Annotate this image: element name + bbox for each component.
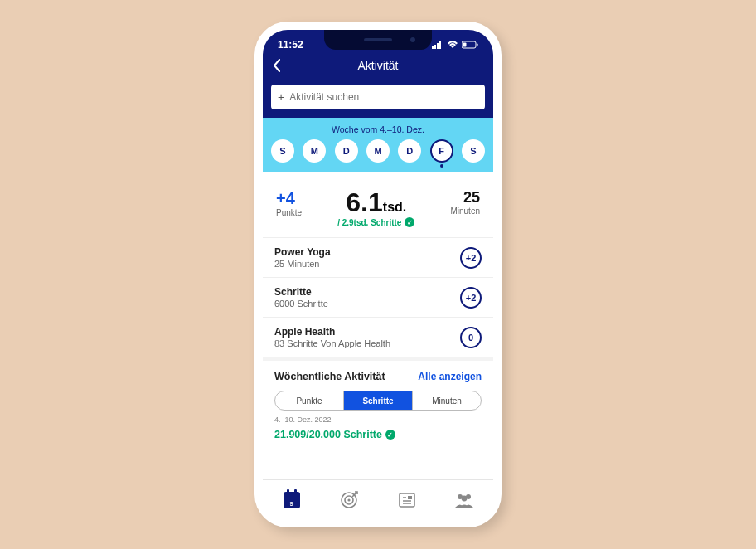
calendar-icon: 9 bbox=[284, 492, 300, 508]
item-text: Schritte 6000 Schritte bbox=[274, 286, 328, 309]
check-icon: ✓ bbox=[385, 430, 395, 440]
week-days: S M D M D F S bbox=[271, 139, 485, 163]
minutes-label: Minuten bbox=[450, 206, 480, 216]
weekly-progress-text: 21.909/20.000 Schritte bbox=[274, 429, 382, 440]
weekly-section: Wöchentliche Aktivität Alle anzeigen Pun… bbox=[263, 357, 493, 445]
steps-unit: tsd. bbox=[383, 200, 406, 214]
week-strip: Woche vom 4.–10. Dez. S M D M D F S bbox=[263, 118, 493, 172]
chevron-left-icon bbox=[273, 59, 281, 72]
day-button[interactable]: D bbox=[398, 139, 421, 163]
item-title: Schritte bbox=[274, 286, 328, 298]
summary-points: +4 Punkte bbox=[276, 189, 302, 217]
notch-camera bbox=[410, 37, 415, 42]
segment-control: Punkte Schritte Minuten bbox=[274, 391, 482, 411]
weekly-progress: 21.909/20.000 Schritte ✓ bbox=[274, 429, 482, 440]
svg-rect-5 bbox=[463, 43, 467, 47]
steps-value-row: 6.1tsd. bbox=[302, 189, 450, 216]
item-text: Power Yoga 25 Minuten bbox=[274, 246, 331, 269]
svg-point-18 bbox=[462, 495, 468, 501]
item-title: Apple Health bbox=[274, 326, 390, 338]
item-points-badge: +2 bbox=[460, 247, 482, 269]
weekly-title: Wöchentliche Aktivität bbox=[274, 371, 385, 382]
steps-value: 6.1 bbox=[346, 187, 382, 217]
day-button[interactable]: D bbox=[335, 139, 358, 163]
phone-screen: 11:52 Aktivität + Woc bbox=[263, 30, 493, 519]
nav-news[interactable] bbox=[395, 488, 419, 512]
page-title: Aktivität bbox=[357, 59, 398, 72]
svg-rect-6 bbox=[477, 44, 478, 46]
phone-notch bbox=[324, 30, 432, 50]
nav-goals[interactable] bbox=[337, 488, 361, 512]
status-icons bbox=[432, 41, 478, 49]
search-wrap: + bbox=[263, 78, 493, 118]
news-icon bbox=[398, 491, 416, 509]
phone-frame: 11:52 Aktivität + Woc bbox=[254, 22, 502, 527]
day-button[interactable]: S bbox=[462, 139, 485, 163]
nav-calendar[interactable]: 9 bbox=[280, 488, 303, 512]
weekly-date-range: 4.–10. Dez. 2022 bbox=[274, 415, 482, 424]
activity-list: Power Yoga 25 Minuten +2 Schritte 6000 S… bbox=[263, 237, 493, 357]
day-button-selected[interactable]: F bbox=[430, 139, 453, 163]
list-item[interactable]: Schritte 6000 Schritte +2 bbox=[263, 278, 493, 318]
points-label: Punkte bbox=[276, 208, 302, 217]
day-button[interactable]: M bbox=[303, 139, 326, 163]
item-subtitle: 25 Minuten bbox=[274, 259, 331, 269]
day-button[interactable]: S bbox=[271, 139, 294, 163]
svg-rect-11 bbox=[400, 493, 414, 507]
item-points-badge: +2 bbox=[460, 287, 482, 309]
segment-punkte[interactable]: Punkte bbox=[275, 391, 344, 410]
show-all-link[interactable]: Alle anzeigen bbox=[418, 371, 482, 382]
svg-rect-3 bbox=[439, 41, 441, 49]
steps-goal: / 2.9tsd. Schritte ✓ bbox=[302, 217, 450, 227]
item-points-badge: 0 bbox=[460, 327, 482, 348]
weekly-header: Wöchentliche Aktivität Alle anzeigen bbox=[274, 371, 482, 382]
status-time: 11:52 bbox=[278, 39, 303, 51]
item-title: Power Yoga bbox=[274, 246, 331, 258]
search-input[interactable] bbox=[289, 91, 478, 103]
item-subtitle: 83 Schritte Von Apple Health bbox=[274, 338, 390, 348]
cellular-icon bbox=[432, 41, 443, 49]
nav-community[interactable] bbox=[453, 488, 476, 512]
item-subtitle: 6000 Schritte bbox=[274, 299, 328, 309]
svg-rect-2 bbox=[437, 43, 439, 49]
check-icon: ✓ bbox=[405, 217, 414, 227]
list-item[interactable]: Power Yoga 25 Minuten +2 bbox=[263, 238, 493, 278]
title-row: Aktivität bbox=[263, 53, 493, 78]
summary-minutes: 25 Minuten bbox=[450, 189, 480, 216]
battery-icon bbox=[462, 41, 478, 49]
day-button[interactable]: M bbox=[366, 139, 390, 163]
minutes-value: 25 bbox=[450, 189, 480, 206]
plus-icon: + bbox=[278, 90, 284, 104]
segment-schritte[interactable]: Schritte bbox=[344, 391, 413, 410]
svg-rect-15 bbox=[408, 496, 412, 499]
people-icon bbox=[453, 491, 475, 509]
svg-rect-1 bbox=[434, 45, 436, 49]
list-item[interactable]: Apple Health 83 Schritte Von Apple Healt… bbox=[263, 318, 493, 357]
week-label: Woche vom 4.–10. Dez. bbox=[271, 124, 485, 134]
svg-point-9 bbox=[348, 498, 351, 501]
svg-rect-0 bbox=[432, 46, 434, 49]
wifi-icon bbox=[447, 41, 458, 49]
summary-row: +4 Punkte 6.1tsd. / 2.9tsd. Schritte ✓ 2… bbox=[263, 172, 493, 237]
target-icon bbox=[340, 491, 358, 509]
points-value: +4 bbox=[276, 189, 302, 208]
summary-steps: 6.1tsd. / 2.9tsd. Schritte ✓ bbox=[302, 189, 450, 227]
content-area[interactable]: +4 Punkte 6.1tsd. / 2.9tsd. Schritte ✓ 2… bbox=[263, 172, 493, 479]
calendar-day-number: 9 bbox=[284, 500, 300, 508]
item-text: Apple Health 83 Schritte Von Apple Healt… bbox=[274, 326, 390, 348]
bottom-nav: 9 bbox=[263, 479, 493, 519]
steps-goal-text: / 2.9tsd. Schritte bbox=[337, 218, 401, 227]
notch-speaker bbox=[364, 38, 392, 41]
back-button[interactable] bbox=[273, 59, 281, 72]
segment-minuten[interactable]: Minuten bbox=[413, 391, 481, 410]
search-box[interactable]: + bbox=[271, 85, 485, 109]
